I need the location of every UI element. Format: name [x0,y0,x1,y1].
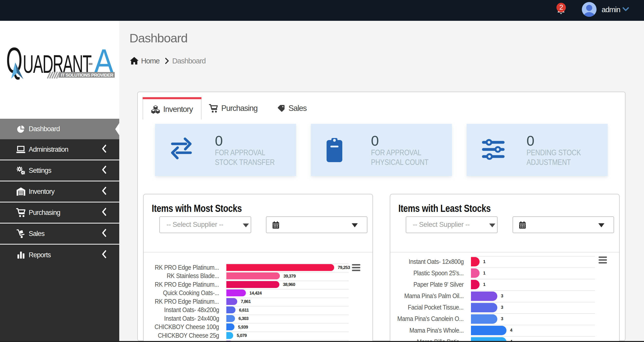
svg-text:-: - [88,48,93,76]
svg-text:IT SOLUTIONS PROVIDER: IT SOLUTIONS PROVIDER [61,73,113,78]
